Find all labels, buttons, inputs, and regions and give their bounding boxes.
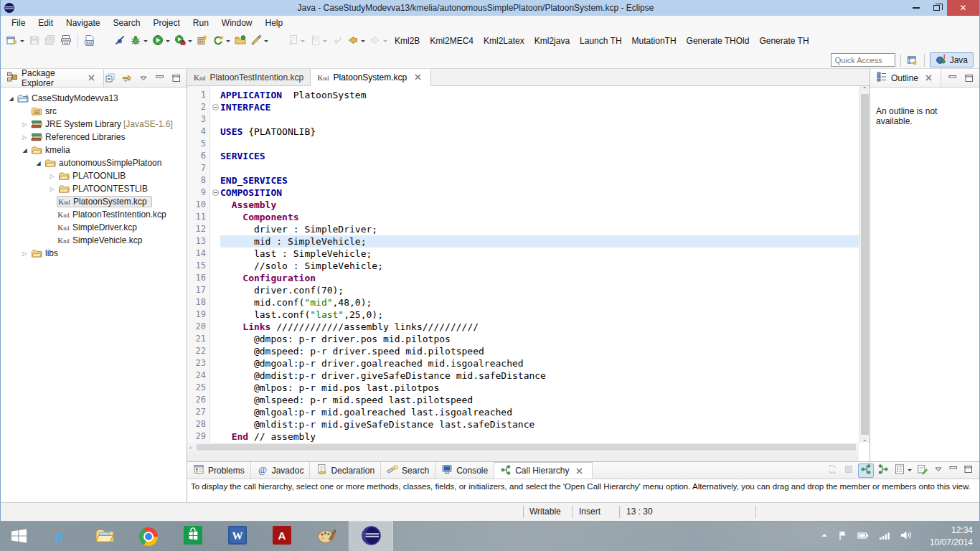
code-line[interactable]: @dmpos: p-r driver.pos mid.pilotpos (220, 333, 870, 345)
minimize-view-button[interactable] (946, 72, 959, 85)
binary-file-button[interactable]: 010 (83, 32, 97, 50)
code-line[interactable]: @mlgoal:p-r mid.goalreached last.isgoalr… (220, 406, 870, 418)
tree-item-platoonlib[interactable]: ▷PLATOONLIB (1, 169, 187, 182)
dropdown-arrow-icon[interactable] (166, 40, 170, 42)
dropdown-arrow-icon[interactable] (908, 469, 912, 471)
code-line[interactable]: @dmspeed: p-r driver.speed mid.pilotspee… (220, 345, 870, 357)
maximize-view-button[interactable] (963, 72, 976, 85)
tree-expander-icon[interactable]: ▷ (20, 250, 29, 257)
menu-file[interactable]: File (5, 17, 32, 29)
taskbar-app-chrome[interactable] (127, 522, 170, 551)
code-line[interactable]: Assembly (220, 199, 870, 211)
open-type-button[interactable] (233, 32, 248, 50)
code-area[interactable]: APPLICATION PlatoonSystemINTERFACE USES … (220, 86, 870, 461)
vertical-scrollbar[interactable]: ⌃⌄ (859, 86, 870, 443)
tab-outline[interactable]: Outline (870, 69, 941, 87)
close-view-icon[interactable] (922, 72, 935, 85)
tab-javadoc[interactable]: @Javadoc (251, 462, 311, 479)
open-perspective-button[interactable] (906, 54, 919, 67)
code-line[interactable]: @mldist:p-r mid.giveSafeDistance last.sa… (220, 418, 870, 430)
layout-button[interactable] (892, 463, 913, 478)
close-icon[interactable] (573, 464, 586, 477)
toolbar-button-launch-th[interactable]: Launch TH (575, 36, 626, 46)
tray-action-center[interactable] (838, 530, 848, 543)
code-line[interactable]: //solo : SimpleVehicle; (220, 260, 870, 272)
taskbar-clock[interactable]: 12:34 10/07/2014 (921, 524, 973, 547)
dropdown-arrow-icon[interactable] (20, 40, 24, 42)
collapse-region-icon[interactable] (212, 189, 219, 196)
code-line[interactable]: End // assembly (220, 430, 870, 443)
dropdown-arrow-icon[interactable] (188, 40, 192, 42)
code-line[interactable] (220, 162, 870, 174)
fold-marker[interactable] (210, 187, 220, 199)
back-history-button[interactable] (346, 32, 367, 50)
taskbar-app-acrobat-reader[interactable]: A (260, 522, 303, 551)
tree-item-libs[interactable]: ▷libs (1, 247, 187, 260)
tree-item-simplevehicle-kcp[interactable]: KmlSimpleVehicle.kcp (1, 234, 187, 247)
code-line[interactable]: COMPOSITION (220, 187, 870, 199)
tree-expander-icon[interactable]: ▷ (20, 121, 29, 128)
code-line[interactable]: last.conf("last",25,0); (220, 309, 870, 321)
code-line[interactable]: Components (220, 211, 870, 223)
menu-search[interactable]: Search (106, 17, 146, 29)
tree-expander-icon[interactable]: ▷ (47, 186, 57, 192)
menu-edit[interactable]: Edit (32, 17, 60, 29)
skip-breakpoints-button[interactable] (113, 32, 127, 50)
tab-package-explorer[interactable]: Package Explorer (1, 69, 104, 87)
toolbar-button-generate-thold[interactable]: Generate THOld (682, 36, 755, 46)
tab-call-hierarchy[interactable]: Call Hierarchy (494, 462, 592, 479)
dropdown-arrow-icon[interactable] (143, 40, 148, 42)
minimize-view-button[interactable] (947, 463, 960, 478)
tree-expander-icon[interactable]: ◢ (6, 95, 16, 102)
tab-search[interactable]: Search (381, 462, 435, 479)
start-button[interactable] (0, 522, 37, 551)
menu-project[interactable]: Project (146, 17, 186, 29)
tree-item-jre-system-library[interactable]: ▷JRE System Library [JavaSE-1.6] (1, 118, 187, 131)
run-external-tools-button[interactable] (173, 32, 194, 50)
tree-item-referenced-libraries[interactable]: ▷Referenced Libraries (1, 131, 187, 143)
toolbar-button-kml2mec4[interactable]: Kml2MEC4 (425, 36, 479, 46)
taskbar-app-word[interactable]: W (216, 522, 259, 551)
toolbar-button-kml2b[interactable]: Kml2B (390, 36, 425, 46)
new-wizard-button[interactable] (5, 32, 26, 50)
new-web-wizard-button[interactable] (211, 32, 232, 50)
code-line[interactable] (220, 138, 870, 150)
focus-on-selection-button[interactable] (915, 463, 930, 478)
menu-run[interactable]: Run (187, 17, 215, 29)
tray-network[interactable] (879, 531, 891, 542)
tab-console[interactable]: Console (435, 462, 494, 479)
tree-item-simpledriver-kcp[interactable]: KmlSimpleDriver.kcp (1, 221, 187, 234)
restore-window-button[interactable] (926, 0, 947, 16)
code-line[interactable]: APPLICATION PlatoonSystem (220, 89, 870, 101)
quick-access-input[interactable] (831, 53, 895, 67)
tree-item-kmelia[interactable]: ◢kmelia (1, 143, 187, 156)
maximize-view-button[interactable] (962, 463, 975, 478)
tray-show-hidden-icons[interactable] (820, 531, 829, 542)
code-line[interactable]: mid.conf("mid",48,0); (220, 296, 870, 309)
taskbar-app-eclipse[interactable] (349, 522, 392, 551)
tree-expander-icon[interactable]: ◢ (20, 147, 29, 154)
collapse-all-button[interactable] (104, 72, 117, 85)
taskbar-app-windows-store[interactable] (171, 522, 215, 551)
dropdown-arrow-icon[interactable] (264, 40, 268, 42)
maximize-view-button[interactable] (170, 72, 183, 85)
caller-hierarchy-button[interactable] (858, 463, 874, 478)
close-window-button[interactable]: ✕ (947, 0, 979, 16)
code-line[interactable] (220, 113, 870, 126)
code-line-current[interactable]: mid : SimpleVehicle; (220, 235, 870, 248)
view-menu-button[interactable] (137, 72, 150, 85)
code-line[interactable]: driver : SimpleDriver; (220, 223, 870, 235)
new-project-button[interactable] (195, 32, 209, 50)
title-bar[interactable]: Java - CaseStudyModevva13/kmelia/autonom… (1, 0, 979, 16)
menu-window[interactable]: Window (215, 17, 259, 29)
tree-item-platoonsystem-kcp[interactable]: KmlPlatoonSystem.kcp (1, 195, 187, 208)
code-line[interactable]: @mlspeed: p-r mid.speed last.pilotspeed (220, 394, 870, 406)
code-line[interactable]: @dmgoal:p-r driver.goalreached mid.isgoa… (220, 357, 870, 369)
view-menu-button[interactable] (932, 463, 945, 478)
collapse-region-icon[interactable] (212, 104, 219, 110)
tray-volume[interactable] (900, 530, 912, 542)
close-icon[interactable] (411, 71, 424, 84)
tab-problems[interactable]: Problems (187, 462, 251, 479)
code-line[interactable]: END_SERVICES (220, 174, 870, 187)
taskbar-app-file-explorer[interactable] (83, 522, 126, 551)
